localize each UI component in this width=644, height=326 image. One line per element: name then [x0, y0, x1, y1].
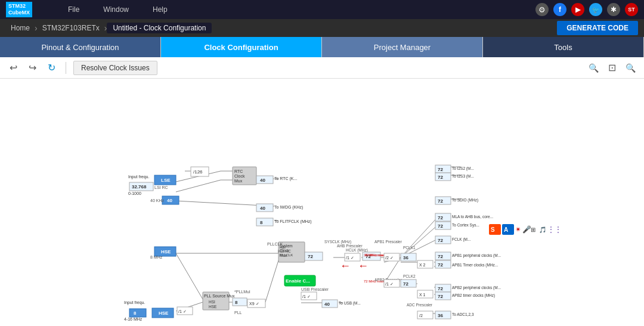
svg-text:PCLK1: PCLK1 — [403, 246, 416, 250]
svg-text:72: 72 — [438, 167, 443, 172]
breadcrumb-home[interactable]: Home — [6, 24, 35, 32]
svg-text:PLL Source Mux: PLL Source Mux — [204, 294, 235, 298]
svg-text:72: 72 — [438, 198, 443, 204]
redo-button[interactable]: ↪ — [25, 61, 39, 75]
svg-text:X 2: X 2 — [419, 263, 426, 267]
svg-text:APB1 peripheral clocks (M...: APB1 peripheral clocks (M... — [452, 253, 501, 258]
menu-file[interactable]: File — [68, 5, 79, 14]
tab-tools[interactable]: Tools — [483, 37, 644, 57]
svg-text:ADC Prescaler: ADC Prescaler — [407, 303, 433, 307]
svg-text:X 1: X 1 — [419, 293, 426, 297]
svg-text:/1 ✓: /1 ✓ — [385, 282, 394, 286]
twitter-icon[interactable]: 🐦 — [589, 3, 602, 16]
svg-text:APB2 peripheral clocks (M...: APB2 peripheral clocks (M... — [452, 285, 501, 290]
svg-text:APB1 Timer clocks (MHz...: APB1 Timer clocks (MHz... — [452, 263, 498, 268]
toolbar: ↩ ↪ ↻ Resolve Clock Issues 🔍 ⊡ 🔍 — [0, 57, 644, 79]
svg-text:72: 72 — [438, 254, 443, 259]
svg-text:4-16 MHz: 4-16 MHz — [124, 317, 143, 321]
svg-text:/1 ✓: /1 ✓ — [178, 309, 187, 313]
svg-text:To Cortex Sys...: To Cortex Sys... — [452, 223, 479, 228]
svg-text:PCLK2: PCLK2 — [403, 274, 416, 278]
svg-text:HSE: HSE — [161, 249, 171, 254]
svg-text:PLLCLK: PLLCLK — [280, 253, 293, 257]
svg-text:To ADC1,2,3: To ADC1,2,3 — [452, 312, 474, 316]
breadcrumb-config: Untitled - Clock Configuration — [107, 23, 212, 33]
svg-text:To I2S3 (M...: To I2S3 (M... — [452, 174, 474, 179]
fit-icon[interactable]: ⊡ — [608, 62, 616, 73]
facebook-icon[interactable]: f — [553, 3, 566, 16]
svg-text:40: 40 — [167, 198, 172, 203]
clock-diagram-svg: RTC Clock Mux /126 LSE LSI RC Input freq… — [0, 79, 644, 326]
breadcrumb-bar: Home › STM32F103RETx › Untitled - Clock … — [0, 19, 644, 37]
svg-line-28 — [265, 260, 278, 302]
svg-text:72: 72 — [438, 215, 443, 221]
tab-project[interactable]: Project Manager — [322, 37, 483, 57]
svg-text:40: 40 — [324, 302, 330, 307]
svg-text:LSE: LSE — [161, 178, 171, 183]
refresh-button[interactable]: ↻ — [44, 61, 58, 75]
svg-text:72: 72 — [438, 294, 443, 299]
generate-code-button[interactable]: GENERATE CODE — [557, 21, 638, 35]
breadcrumb-device[interactable]: STM32F103RETx — [38, 24, 104, 32]
svg-text:PLLCLK: PLLCLK — [267, 242, 283, 246]
svg-line-14 — [401, 224, 439, 257]
svg-text:Mux: Mux — [234, 179, 243, 183]
svg-text:RTC: RTC — [234, 169, 243, 173]
logo-line2: CubeMX — [8, 10, 30, 16]
svg-text:Clock: Clock — [234, 174, 245, 178]
diagram-area: RTC Clock Mux /126 LSE LSI RC Input freq… — [0, 79, 644, 326]
zoom-in-icon[interactable]: 🔍 — [626, 63, 636, 73]
menu-help[interactable]: Help — [153, 5, 168, 14]
svg-text:72: 72 — [308, 254, 313, 259]
youtube-icon[interactable]: ▶ — [571, 3, 584, 16]
svg-text:S: S — [491, 226, 495, 233]
svg-text:36: 36 — [438, 313, 443, 318]
logo-area: STM32 CubeMX — [6, 2, 32, 17]
svg-text:8: 8 — [235, 300, 238, 305]
svg-text:🎵: 🎵 — [539, 226, 547, 234]
resolve-clock-issues-button[interactable]: Resolve Clock Issues — [73, 61, 157, 75]
svg-line-25 — [176, 253, 203, 299]
svg-text:72: 72 — [438, 238, 443, 243]
svg-text:MLA to AHB bus, core...: MLA to AHB bus, core... — [452, 215, 493, 219]
svg-text:←: ← — [358, 260, 369, 272]
svg-text:HSE: HSE — [159, 311, 169, 316]
svg-text:To RTC (K...: To RTC (K... — [274, 176, 297, 181]
logo-line1: STM32 — [8, 3, 30, 10]
svg-text:8: 8 — [260, 220, 263, 225]
st-icon[interactable]: ST — [625, 3, 638, 16]
svg-text:USB Prescaler: USB Prescaler — [301, 287, 329, 291]
svg-text:PLL: PLL — [234, 311, 242, 315]
settings-icon[interactable]: ⚙ — [535, 3, 549, 16]
menu-window[interactable]: Window — [103, 5, 129, 14]
svg-text:72: 72 — [438, 286, 443, 291]
svg-text:36: 36 — [403, 255, 408, 260]
svg-line-13 — [401, 216, 439, 257]
svg-text:APB1 Prescaler: APB1 Prescaler — [374, 240, 402, 244]
svg-text:72: 72 — [438, 175, 443, 180]
svg-text:🎤: 🎤 — [522, 225, 531, 234]
svg-text:36 MHz max: 36 MHz max — [364, 253, 384, 257]
top-icons: ⚙ f ▶ 🐦 ✱ ST — [535, 3, 638, 16]
svg-text:40 KHz: 40 KHz — [150, 198, 164, 203]
svg-text:⋮⋮: ⋮⋮ — [547, 225, 562, 234]
svg-text:To USB (M...: To USB (M... — [339, 301, 361, 306]
tab-clock[interactable]: Clock Configuration — [161, 37, 322, 57]
top-bar: STM32 CubeMX File Window Help ⚙ f ▶ 🐦 ✱ … — [0, 0, 644, 19]
svg-text:72: 72 — [438, 223, 443, 229]
svg-text:0-1000: 0-1000 — [128, 191, 141, 195]
svg-text:Input frequ.: Input frequ. — [124, 300, 145, 305]
svg-text:40: 40 — [260, 206, 265, 211]
svg-text:To SDIO (MHz): To SDIO (MHz) — [452, 198, 478, 203]
zoom-out-icon[interactable]: 🔍 — [589, 63, 599, 73]
svg-text:/1 ✓: /1 ✓ — [346, 256, 354, 260]
svg-text:/2 ✓: /2 ✓ — [385, 256, 394, 260]
svg-line-1 — [176, 180, 221, 192]
network-icon[interactable]: ✱ — [607, 3, 620, 16]
svg-text:FCLK (M...: FCLK (M... — [452, 237, 471, 242]
svg-text:⊞: ⊞ — [531, 226, 535, 233]
svg-text:HSE: HSE — [209, 305, 217, 309]
tab-pinout[interactable]: Pinout & Configuration — [0, 37, 161, 57]
undo-button[interactable]: ↩ — [6, 61, 20, 75]
svg-text:8 MHz: 8 MHz — [150, 255, 163, 259]
